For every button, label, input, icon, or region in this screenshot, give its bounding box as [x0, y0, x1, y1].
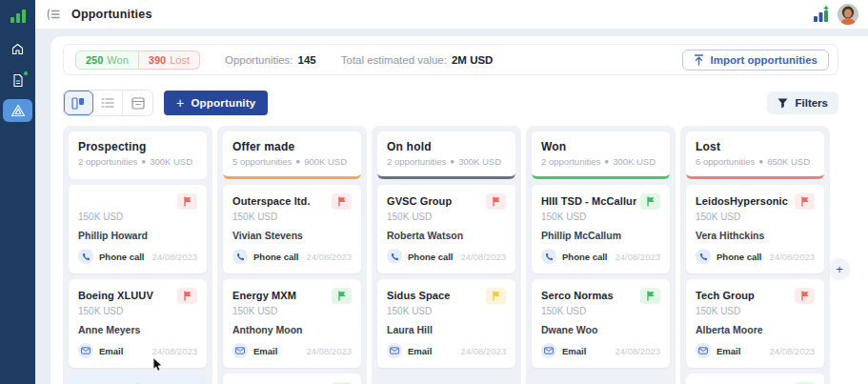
flag-icon[interactable] [486, 288, 506, 304]
activity-label: Phone call [253, 252, 299, 262]
column-header[interactable]: Prospecting2 opportunities●300K USD [69, 131, 207, 179]
card-title: Serco Normas [541, 288, 636, 301]
column-header[interactable]: Offer made5 opportunities●900K USD [223, 131, 361, 179]
card-contact: Anne Meyers [78, 324, 197, 335]
sidebar-item-home[interactable] [4, 36, 32, 61]
flag-icon[interactable] [177, 288, 197, 304]
card-contact: Anthony Moon [232, 324, 352, 335]
email-icon [541, 343, 556, 358]
activity-label: Email [253, 346, 277, 356]
activity-date: 24/08/2023 [769, 252, 815, 262]
card-value: 150K USD [232, 212, 352, 222]
view-kanban-button[interactable] [64, 91, 93, 115]
sidebar-item-documents[interactable] [4, 68, 32, 92]
opportunity-card[interactable]: Sidus Space150K USDLaura HillEmail24/08/… [377, 279, 515, 368]
opportunity-card[interactable]: Outerspace ltd.150K USDVivian StevensPho… [223, 185, 361, 273]
column-count: 2 opportunities [541, 156, 600, 167]
activity-label: Phone call [99, 252, 145, 262]
opportunity-card[interactable]: Boeing XLUUV150K USDAnne MeyersEmail24/0… [69, 279, 207, 368]
add-card-button[interactable]: + [69, 374, 207, 384]
sidebar [0, 0, 35, 384]
card-title: GVSC Group [387, 193, 482, 207]
sidebar-collapse-icon[interactable] [45, 7, 62, 22]
activity-date: 24/08/2023 [460, 252, 506, 262]
import-opportunities-button[interactable]: Import opportunities [682, 50, 829, 71]
filters-button[interactable]: Filters [767, 91, 838, 114]
email-icon [78, 343, 93, 358]
won-label: Won [107, 54, 128, 66]
flag-icon[interactable] [332, 193, 352, 210]
opportunity-card[interactable]: Blue Force Tech.150K USD [223, 374, 361, 384]
activity-label: Email [408, 346, 432, 356]
insights-chart-icon[interactable] [812, 5, 831, 24]
opportunity-card[interactable]: Serco Normas150K USDDwane WooEmail24/08/… [532, 279, 670, 368]
opportunity-card[interactable]: Energy MXM150K USDAnthony MoonEmail24/08… [223, 279, 361, 368]
separator-dot: ● [141, 157, 146, 166]
flag-icon[interactable] [332, 288, 352, 304]
activity-label: Email [717, 346, 740, 356]
lost-count: 390 [149, 54, 166, 66]
email-icon [232, 343, 248, 358]
card-title: Boeing XLUUV [78, 288, 173, 301]
sidebar-item-opportunities-active[interactable] [3, 99, 32, 122]
kanban-column: Offer made5 opportunities●900K USDOuters… [217, 126, 367, 384]
top-header-bar: Opportunities [35, 0, 868, 29]
card-title [78, 193, 173, 195]
add-column-button[interactable]: + [829, 258, 850, 279]
opportunity-card[interactable]: HIII TSD - McCallum150K USDPhillip McCal… [532, 185, 670, 273]
view-list-button[interactable] [93, 91, 123, 115]
card-title: Sidus Space [387, 288, 482, 301]
phone-icon [541, 249, 556, 264]
activity-date: 24/08/2023 [306, 346, 352, 356]
opportunity-card[interactable]: Tech Group150K USDAlberta MooreEmail24/0… [686, 279, 824, 368]
phone-icon [696, 249, 711, 264]
kanban-column: On hold2 opportunities●300K USDGVSC Grou… [372, 126, 521, 384]
won-lost-summary[interactable]: 250 Won 390 Lost [75, 51, 200, 70]
card-title: Energy MXM [232, 288, 328, 301]
flag-icon[interactable] [795, 193, 815, 210]
card-value: 150K USD [696, 212, 815, 222]
email-icon [387, 343, 402, 358]
user-avatar[interactable] [838, 4, 858, 25]
view-archive-button[interactable] [123, 91, 152, 115]
separator-dot: ● [758, 157, 763, 166]
flag-icon[interactable] [640, 288, 660, 304]
add-opportunity-button[interactable]: + Opportunity [164, 91, 268, 115]
activity-label: Phone call [408, 252, 454, 262]
opportunity-card[interactable]: GVSC Group150K USDRoberta WatsonPhone ca… [377, 185, 515, 273]
lost-pill[interactable]: 390 Lost [139, 51, 200, 70]
plus-icon: + [176, 95, 184, 111]
card-contact: Roberta Watson [387, 230, 506, 241]
opportunity-card[interactable]: Defence 453150K USD [686, 374, 824, 384]
card-value: 150K USD [78, 306, 197, 316]
flag-icon[interactable] [795, 288, 815, 304]
opportunity-card[interactable]: 150K USDPhillip HowardPhone call24/08/20… [69, 185, 207, 273]
flag-icon[interactable] [177, 193, 197, 210]
total-value: 2M USD [452, 54, 493, 66]
opportunities-count-label: Opportunities: [225, 54, 293, 66]
lost-label: Lost [170, 54, 190, 66]
card-contact: Dwane Woo [541, 324, 660, 335]
kanban-view-icon [71, 97, 85, 110]
separator-dot: ● [604, 157, 609, 166]
kanban-column: Lost6 opportunities●850K USDLeidosHypers… [680, 126, 830, 384]
app-logo-bar-chart-icon [10, 9, 27, 23]
separator-dot: ● [295, 157, 300, 166]
kanban-column: Prospecting2 opportunities●300K USD150K … [63, 126, 212, 384]
card-contact: Phillip McCallum [541, 230, 660, 241]
column-header[interactable]: Lost6 opportunities●850K USD [686, 131, 824, 179]
phone-icon [387, 249, 402, 264]
flag-icon[interactable] [486, 193, 506, 210]
board-toolbar: + Opportunity Filters [63, 90, 838, 116]
opportunity-card[interactable]: LeidosHypersonic150K USDVera HithckinsPh… [686, 185, 824, 273]
won-pill[interactable]: 250 Won [75, 51, 139, 70]
phone-icon [232, 249, 248, 264]
column-header[interactable]: Won2 opportunities●300K USD [532, 131, 670, 179]
page-title: Opportunities [71, 8, 152, 21]
document-icon [11, 73, 25, 88]
column-header[interactable]: On hold2 opportunities●300K USD [377, 131, 515, 179]
flag-icon[interactable] [640, 193, 660, 210]
card-title: HIII TSD - McCallum [541, 193, 636, 207]
column-value: 300K USD [613, 156, 656, 167]
column-title: Lost [696, 140, 815, 153]
